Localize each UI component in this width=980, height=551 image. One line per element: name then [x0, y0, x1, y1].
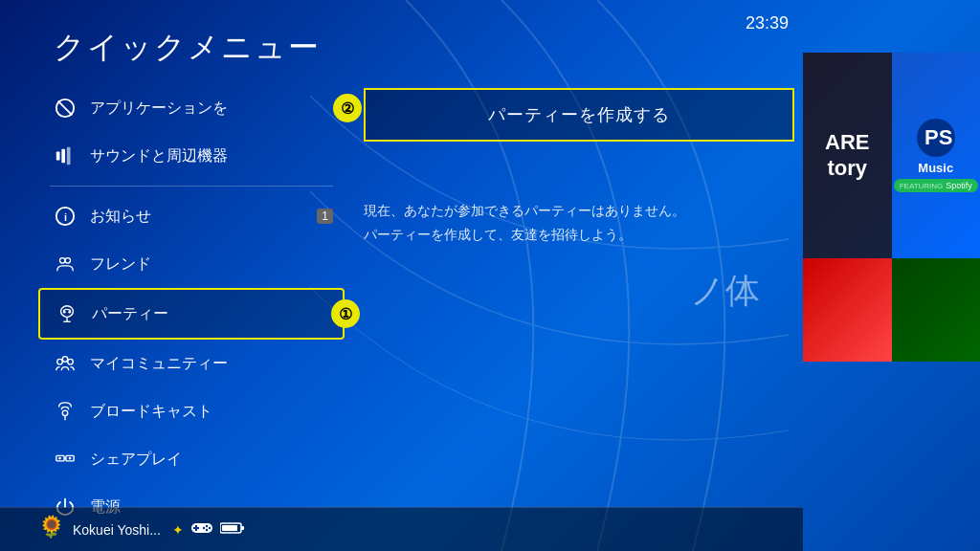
sidebar-item-shareplay[interactable]: シェアプレイ — [38, 435, 345, 483]
svg-point-30 — [206, 528, 208, 530]
clock: 23:39 — [746, 13, 789, 33]
controller-icon — [191, 521, 212, 539]
step-2-circle: ② — [333, 94, 362, 122]
tile-bottom-right[interactable] — [892, 258, 981, 362]
partial-text: ノ体 — [690, 268, 760, 315]
tile-row-top: AREtory PS Music FEATURING Spotify — [803, 53, 980, 258]
sidebar-item-party[interactable]: パーティー ① — [38, 288, 345, 340]
community-icon — [50, 348, 80, 379]
sidebar-item-applications[interactable]: アプリケーションを ② — [38, 84, 345, 132]
friends-icon — [50, 249, 80, 279]
svg-point-21 — [58, 457, 61, 460]
tile-row-bottom — [803, 258, 980, 464]
friends-label: フレンド — [90, 254, 333, 275]
applications-icon — [50, 93, 80, 123]
user-icons: ✦ — [172, 521, 245, 539]
music-title: Music — [918, 161, 953, 175]
svg-text:i: i — [64, 211, 67, 223]
svg-rect-27 — [193, 527, 199, 529]
notifications-label: お知らせ — [90, 207, 309, 227]
left-menu: アプリケーションを ② サウンドと周辺機器 — [38, 84, 345, 551]
applications-label: アプリケーションを — [90, 99, 333, 119]
party-create-button[interactable]: パーティーを作成する — [364, 88, 794, 142]
spotify-label: Spotify — [946, 181, 972, 190]
ps-plus-icon: ✦ — [172, 522, 184, 538]
svg-rect-34 — [222, 525, 237, 531]
svg-rect-3 — [61, 149, 65, 164]
username: Kokuei Yoshi... — [73, 522, 161, 538]
svg-point-8 — [65, 258, 71, 264]
avatar: 🌻 — [38, 517, 65, 543]
sidebar-item-community[interactable]: マイコミュニティー — [38, 340, 345, 387]
tile-music[interactable]: PS Music FEATURING Spotify — [892, 53, 981, 258]
are-text: AREtory — [825, 130, 869, 181]
party-label: パーティー — [92, 304, 331, 324]
svg-rect-4 — [67, 147, 71, 165]
svg-point-28 — [206, 524, 208, 526]
svg-point-22 — [69, 457, 72, 460]
bottom-bar: 🌻 Kokuei Yoshi... ✦ — [0, 507, 803, 551]
svg-point-31 — [203, 526, 205, 528]
step-1-circle: ① — [331, 299, 360, 328]
sound-label: サウンドと周辺機器 — [90, 146, 333, 166]
tile-red[interactable] — [803, 258, 892, 362]
svg-point-11 — [63, 311, 66, 314]
party-icon — [52, 298, 82, 329]
sidebar-item-sound[interactable]: サウンドと周辺機器 — [38, 132, 345, 180]
svg-line-1 — [58, 101, 73, 116]
spotify-badge: FEATURING Spotify — [894, 179, 978, 192]
notifications-badge: 1 — [317, 209, 333, 224]
svg-text:PS: PS — [924, 125, 952, 149]
app-tiles: AREtory PS Music FEATURING Spotify — [803, 53, 980, 464]
sidebar-item-broadcast[interactable]: ブロードキャスト — [38, 387, 345, 435]
svg-rect-2 — [56, 151, 60, 160]
svg-point-15 — [62, 357, 68, 363]
community-label: マイコミュニティー — [90, 354, 333, 374]
svg-point-13 — [57, 359, 63, 364]
tile-are[interactable]: AREtory — [803, 53, 892, 258]
divider-1 — [50, 186, 333, 187]
shareplay-label: シェアプレイ — [90, 450, 333, 470]
svg-point-29 — [209, 526, 211, 528]
battery-icon — [220, 521, 245, 539]
svg-point-7 — [60, 258, 66, 264]
sidebar-item-notifications[interactable]: i お知らせ 1 — [38, 192, 345, 240]
broadcast-label: ブロードキャスト — [90, 402, 333, 422]
svg-point-16 — [62, 410, 68, 416]
svg-rect-33 — [241, 526, 244, 530]
sound-icon — [50, 141, 80, 171]
svg-point-14 — [68, 359, 74, 364]
shareplay-icon — [50, 444, 80, 474]
featuring-label: FEATURING — [900, 182, 944, 190]
notifications-icon: i — [50, 201, 80, 231]
playstation-logo: PS — [917, 119, 955, 157]
svg-point-12 — [68, 311, 71, 314]
broadcast-icon — [50, 396, 80, 427]
sidebar-item-friends[interactable]: フレンド — [38, 240, 345, 288]
